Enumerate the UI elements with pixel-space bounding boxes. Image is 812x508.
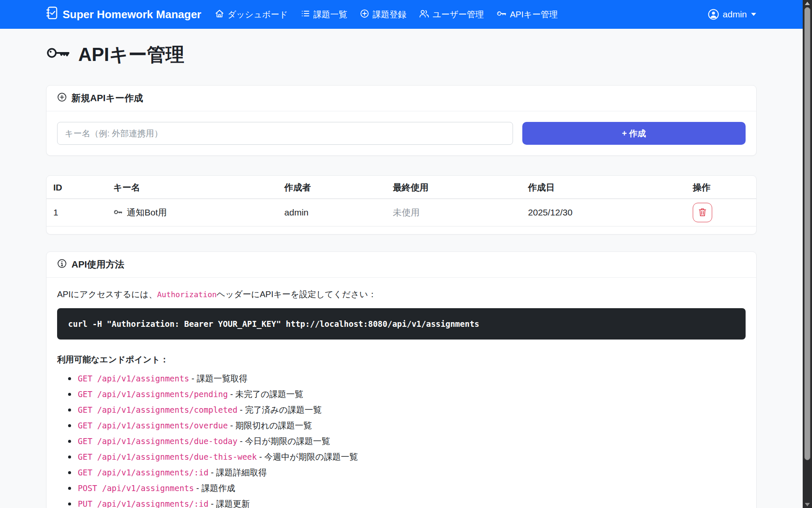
api-keys-table: ID キー名 作成者 最終使用 作成日 操作 1 [47, 176, 756, 226]
endpoint-code: GET /api/v1/assignments/due-this-week [78, 451, 257, 462]
cell-id: 1 [47, 199, 110, 226]
navbar: Super Homework Manager ダッシュボード [0, 0, 803, 29]
nav-item-register[interactable]: 課題登録 [360, 9, 406, 20]
endpoint-code: GET /api/v1/assignments/pending [78, 389, 228, 400]
api-usage-card-header: API使用方法 [47, 252, 756, 278]
endpoint-code: GET /api/v1/assignments [78, 373, 189, 384]
endpoint-separator: - [238, 404, 245, 415]
plus-circle-icon [360, 9, 369, 20]
col-last-used: 最終使用 [390, 176, 525, 199]
curl-example: curl -H "Authorization: Bearer YOUR_API_… [57, 308, 746, 340]
house-icon [215, 9, 224, 20]
cell-last-used: 未使用 [390, 199, 525, 226]
endpoint-code: POST /api/v1/assignments [78, 483, 194, 494]
endpoint-item: GET /api/v1/assignments/due-this-week - … [68, 451, 746, 462]
endpoint-item: GET /api/v1/assignments/completed - 完了済み… [68, 404, 746, 415]
endpoint-description: 期限切れの課題一覧 [235, 420, 312, 431]
endpoint-separator: - [189, 373, 197, 384]
nav-item-assignments[interactable]: 課題一覧 [301, 9, 347, 20]
key-icon [497, 9, 507, 20]
scrollbar-thumb[interactable] [804, 7, 810, 460]
scrollbar-down-arrow[interactable] [803, 501, 812, 508]
nav-item-users[interactable]: ユーザー管理 [419, 9, 484, 20]
cell-actions [689, 199, 756, 226]
endpoint-list: GET /api/v1/assignments - 課題一覧取得 GET /ap… [57, 373, 746, 508]
nav-item-api-keys[interactable]: APIキー管理 [497, 9, 558, 20]
api-keys-table-card: ID キー名 作成者 最終使用 作成日 操作 1 [46, 175, 757, 235]
endpoint-code: GET /api/v1/assignments/completed [78, 404, 238, 415]
user-name: admin [723, 9, 747, 19]
table-header-row: ID キー名 作成者 最終使用 作成日 操作 [47, 176, 756, 199]
endpoint-description: 完了済みの課題一覧 [245, 404, 321, 415]
endpoint-separator: - [194, 483, 202, 494]
endpoint-description: 未完了の課題一覧 [235, 389, 303, 400]
person-circle-icon [708, 9, 719, 20]
api-usage-card: API使用方法 APIにアクセスするには、AuthorizationヘッダーにA… [46, 251, 757, 508]
scrollbar[interactable] [803, 0, 812, 508]
endpoint-code: GET /api/v1/assignments/:id [78, 467, 208, 478]
endpoint-code: GET /api/v1/assignments/due-today [78, 436, 238, 447]
key-icon [46, 44, 71, 66]
authorization-code: Authorization [157, 290, 217, 299]
create-key-card-header: 新規APIキー作成 [47, 86, 756, 111]
brand[interactable]: Super Homework Manager [46, 6, 201, 22]
delete-key-button[interactable] [693, 203, 712, 222]
endpoint-description: 課題詳細取得 [216, 467, 267, 478]
page-title: APIキー管理 [46, 42, 757, 67]
create-key-card: 新規APIキー作成 + 作成 [46, 85, 757, 156]
list-icon [301, 9, 310, 20]
cell-creator: admin [281, 199, 390, 226]
nav-links: ダッシュボード 課題一覧 [215, 9, 557, 20]
endpoint-description: 今日が期限の課題一覧 [245, 436, 330, 447]
brand-label: Super Homework Manager [63, 8, 201, 21]
endpoint-separator: - [208, 467, 216, 478]
endpoint-separator: - [228, 420, 236, 431]
endpoint-code: GET /api/v1/assignments/overdue [78, 420, 228, 431]
users-icon [419, 9, 429, 20]
page: Super Homework Manager ダッシュボード [0, 0, 803, 508]
endpoint-separator: - [238, 436, 245, 447]
endpoint-item: GET /api/v1/assignments/overdue - 期限切れの課… [68, 420, 746, 431]
endpoint-separator: - [228, 389, 236, 400]
cell-key-name: 通知Bot用 [110, 199, 281, 226]
table-row: 1 通知Bot用 [47, 199, 756, 226]
trash-icon [698, 207, 707, 218]
usage-intro: APIにアクセスするには、AuthorizationヘッダーにAPIキーを設定し… [57, 288, 746, 301]
endpoint-separator: - [257, 451, 264, 462]
journal-check-icon [46, 6, 58, 22]
create-key-button[interactable]: + 作成 [522, 122, 746, 145]
info-circle-icon [57, 259, 67, 271]
endpoint-item: POST /api/v1/assignments - 課題作成 [68, 483, 746, 494]
endpoints-heading: 利用可能なエンドポイント： [57, 354, 746, 365]
endpoint-item: GET /api/v1/assignments/:id - 課題詳細取得 [68, 467, 746, 478]
endpoint-item: PUT /api/v1/assignments/:id - 課題更新 [68, 498, 746, 508]
endpoint-description: 課題作成 [201, 483, 235, 494]
endpoint-description: 課題更新 [216, 498, 250, 508]
endpoint-description: 課題一覧取得 [197, 373, 247, 384]
nav-item-dashboard[interactable]: ダッシュボード [215, 9, 288, 20]
endpoint-separator: - [208, 498, 216, 508]
cell-created: 2025/12/30 [525, 199, 690, 226]
user-menu[interactable]: admin [708, 9, 757, 20]
endpoint-description: 今週中が期限の課題一覧 [264, 451, 358, 462]
key-name-input[interactable] [57, 122, 513, 145]
col-id: ID [47, 176, 110, 199]
col-key-name: キー名 [110, 176, 281, 199]
plus-circle-icon [57, 92, 67, 105]
endpoint-item: GET /api/v1/assignments/due-today - 今日が期… [68, 436, 746, 447]
col-created: 作成日 [525, 176, 690, 199]
endpoint-item: GET /api/v1/assignments - 課題一覧取得 [68, 373, 746, 384]
col-actions: 操作 [689, 176, 756, 199]
scrollbar-up-arrow[interactable] [803, 0, 812, 7]
col-creator: 作成者 [281, 176, 390, 199]
caret-down-icon [751, 12, 757, 17]
endpoint-item: GET /api/v1/assignments/pending - 未完了の課題… [68, 389, 746, 400]
key-icon [113, 207, 123, 218]
endpoint-code: PUT /api/v1/assignments/:id [78, 498, 208, 508]
